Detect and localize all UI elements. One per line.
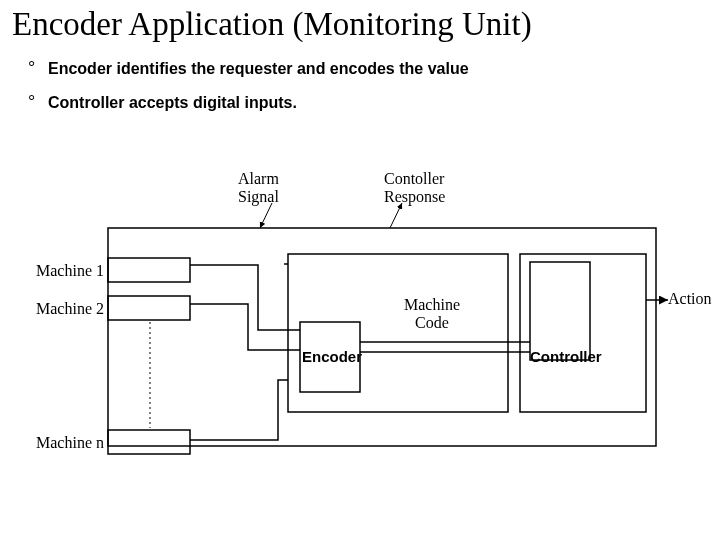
action-label: Action [668, 290, 712, 308]
controller-label: Controller [530, 348, 602, 365]
machine-1-label: Machine 1 [36, 262, 104, 280]
encoder-label: Encoder [302, 348, 362, 365]
machine-code-label: Machine Code [404, 296, 460, 333]
svg-rect-4 [530, 262, 590, 360]
machine-n-label: Machine n [36, 434, 104, 452]
svg-rect-5 [108, 258, 190, 282]
svg-rect-3 [520, 254, 646, 412]
diagram-svg [0, 0, 720, 540]
svg-rect-7 [108, 430, 190, 454]
controller-response-label: Contoller Response [384, 170, 445, 207]
svg-rect-1 [288, 254, 508, 412]
machine-2-label: Machine 2 [36, 300, 104, 318]
alarm-signal-label: Alarm Signal [238, 170, 279, 207]
svg-rect-6 [108, 296, 190, 320]
